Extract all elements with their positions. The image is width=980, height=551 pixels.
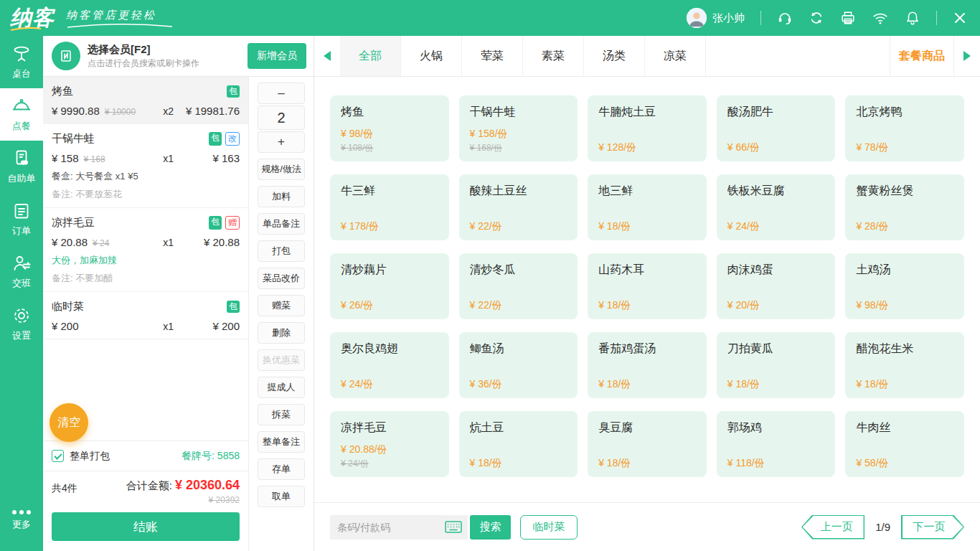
menu-item-price: ¥ 18/份: [470, 457, 567, 470]
menu-item-price: ¥ 98/份: [856, 299, 953, 312]
menu-item-original-price: ¥ 108/份: [341, 142, 438, 154]
keyboard-icon[interactable]: [445, 521, 462, 533]
menu-item-card[interactable]: 铁板米豆腐 ¥ 24/份: [717, 174, 836, 240]
temp-dish-button[interactable]: 临时菜: [520, 515, 578, 540]
action-button[interactable]: +: [258, 131, 305, 153]
clipboard-icon: [11, 201, 32, 221]
category-tab[interactable]: 素菜: [523, 36, 584, 76]
menu-item-card[interactable]: 清炒藕片 ¥ 26/份: [330, 253, 449, 319]
menu-item-card[interactable]: 北京烤鸭 ¥ 78/份: [845, 95, 964, 161]
table-card-number: 餐牌号: 5858: [182, 450, 240, 463]
category-tab[interactable]: 火锅: [401, 36, 462, 76]
menu-item-price: ¥ 28/份: [856, 220, 953, 233]
category-tab[interactable]: 荤菜: [462, 36, 523, 76]
menu-item-card[interactable]: 牛肉丝 ¥ 58/份: [845, 411, 964, 477]
wifi-icon[interactable]: [872, 10, 889, 26]
action-button[interactable]: 取单: [258, 486, 305, 507]
search-button[interactable]: 搜索: [470, 515, 511, 540]
items-count: 共4件: [52, 482, 77, 495]
menu-item-card[interactable]: 清炒冬瓜 ¥ 22/份: [459, 253, 578, 319]
category-tab-combo[interactable]: 套餐商品: [890, 36, 954, 76]
action-button[interactable]: 2: [258, 105, 305, 130]
order-dish-name: 烤鱼: [52, 85, 73, 98]
total-amount: ¥ 20360.64: [175, 478, 240, 493]
menu-item-card[interactable]: 酸辣土豆丝 ¥ 22/份: [459, 174, 578, 240]
sidebar-item-self-service[interactable]: 自助单: [0, 141, 43, 193]
sidebar-item-more[interactable]: 更多: [0, 494, 43, 547]
category-scroll-left[interactable]: [314, 36, 340, 76]
next-page-button[interactable]: 下一页: [901, 515, 964, 540]
dish-price: ¥ 9990.88: [52, 105, 100, 117]
menu-item-card[interactable]: 牛腩炖土豆 ¥ 128/份: [588, 95, 707, 161]
dish-price: ¥ 20.88: [52, 236, 88, 248]
menu-item-card[interactable]: 牛三鲜 ¥ 178/份: [330, 174, 449, 240]
menu-item-card[interactable]: 酸汤肥牛 ¥ 66/份: [717, 95, 836, 161]
action-button[interactable]: 拆菜: [258, 404, 305, 425]
menu-item-card[interactable]: 凉拌毛豆 ¥ 20.88/份 ¥ 24/份: [330, 411, 449, 477]
menu-item-name: 干锅牛蛙: [470, 105, 567, 120]
sidebar-item-tables[interactable]: 桌台: [0, 36, 43, 88]
menu-item-price: ¥ 58/份: [856, 457, 953, 470]
barcode-input[interactable]: [337, 522, 445, 533]
action-button[interactable]: 打包: [258, 240, 305, 262]
category-scroll-right[interactable]: [954, 36, 980, 76]
menu-item-card[interactable]: 番茄鸡蛋汤 ¥ 18/份: [588, 332, 707, 398]
order-item[interactable]: 临时菜 包 ¥ 200 x1: [43, 292, 248, 339]
customer-service-icon[interactable]: [777, 10, 793, 26]
action-button[interactable]: 提成人: [258, 377, 305, 398]
action-button[interactable]: 换优惠菜: [258, 349, 305, 371]
action-button[interactable]: 整单备注: [258, 431, 305, 453]
menu-item-card[interactable]: 地三鲜 ¥ 18/份: [588, 174, 707, 240]
printer-icon[interactable]: [840, 10, 856, 26]
menu-item-card[interactable]: 醋泡花生米 ¥ 18/份: [845, 332, 964, 398]
action-button[interactable]: 加料: [258, 186, 305, 207]
action-button[interactable]: 存单: [258, 458, 305, 480]
sidebar-label: 自助单: [8, 172, 36, 185]
action-button[interactable]: 单品备注: [258, 213, 305, 235]
menu-item-price: ¥ 22/份: [470, 299, 567, 312]
menu-item-card[interactable]: 郭场鸡 ¥ 118/份: [717, 411, 836, 477]
menu-item-card[interactable]: 鲫鱼汤 ¥ 36/份: [459, 332, 578, 398]
menu-item-card[interactable]: 土鸡汤 ¥ 98/份: [845, 253, 964, 319]
menu-item-price: ¥ 20/份: [727, 299, 825, 312]
order-item[interactable]: 凉拌毛豆 包 赠 ¥ 20.88: [43, 208, 248, 292]
dish-spec-note: 大份，加麻加辣: [52, 254, 240, 267]
menu-item-card[interactable]: 蟹黄粉丝煲 ¥ 28/份: [845, 174, 964, 240]
order-item[interactable]: 烤鱼 包 ¥ 9990.88 ¥ 10000 x2: [43, 77, 248, 124]
category-tab[interactable]: 全部: [340, 36, 401, 76]
menu-item-card[interactable]: 臭豆腐 ¥ 18/份: [588, 411, 707, 477]
menu-item-card[interactable]: 烤鱼 ¥ 98/份 ¥ 108/份: [330, 95, 449, 161]
prev-page-button[interactable]: 上一页: [801, 515, 864, 540]
sidebar-item-ordering[interactable]: 点餐: [0, 88, 43, 141]
clear-order-button[interactable]: 清空: [50, 403, 88, 442]
category-tab[interactable]: 凉菜: [645, 36, 706, 76]
sidebar-item-settings[interactable]: 设置: [0, 298, 43, 350]
menu-item-card[interactable]: 刀拍黄瓜 ¥ 18/份: [717, 332, 836, 398]
action-button[interactable]: 菜品改价: [258, 268, 305, 289]
action-button[interactable]: 赠菜: [258, 295, 305, 316]
menu-item-card[interactable]: 奥尔良鸡翅 ¥ 24/份: [330, 332, 449, 398]
bell-icon[interactable]: [905, 10, 920, 26]
menu-item-card[interactable]: 肉沫鸡蛋 ¥ 20/份: [717, 253, 836, 319]
action-button[interactable]: –: [258, 83, 305, 104]
action-button[interactable]: 规格/做法: [258, 159, 305, 180]
menu-item-price: ¥ 24/份: [341, 378, 438, 391]
action-button[interactable]: 删除: [258, 322, 305, 344]
sidebar-item-shift[interactable]: 交班: [0, 245, 43, 298]
member-card-icon: [52, 42, 80, 70]
menu-item-card[interactable]: 炕土豆 ¥ 18/份: [459, 411, 578, 477]
menu-item-card[interactable]: 干锅牛蛙 ¥ 158/份 ¥ 168/份: [459, 95, 578, 161]
order-item[interactable]: 干锅牛蛙 包 改 ¥ 158: [43, 124, 248, 208]
divider: [760, 11, 761, 25]
pack-all-checkbox[interactable]: [52, 450, 64, 462]
sidebar-item-orders[interactable]: 订单: [0, 193, 43, 245]
category-tab[interactable]: 汤类: [584, 36, 645, 76]
member-bar[interactable]: 选择会员[F2] 点击进行会员搜索或刷卡操作 新增会员: [43, 36, 314, 77]
user-account[interactable]: 张小帅: [687, 8, 745, 28]
checkout-button[interactable]: 结账: [52, 512, 240, 541]
add-member-button[interactable]: 新增会员: [248, 43, 306, 69]
menu-item-card[interactable]: 山药木耳 ¥ 18/份: [588, 253, 707, 319]
sync-icon[interactable]: [809, 10, 824, 26]
close-window-icon[interactable]: [953, 11, 967, 25]
table-icon: [11, 44, 32, 64]
